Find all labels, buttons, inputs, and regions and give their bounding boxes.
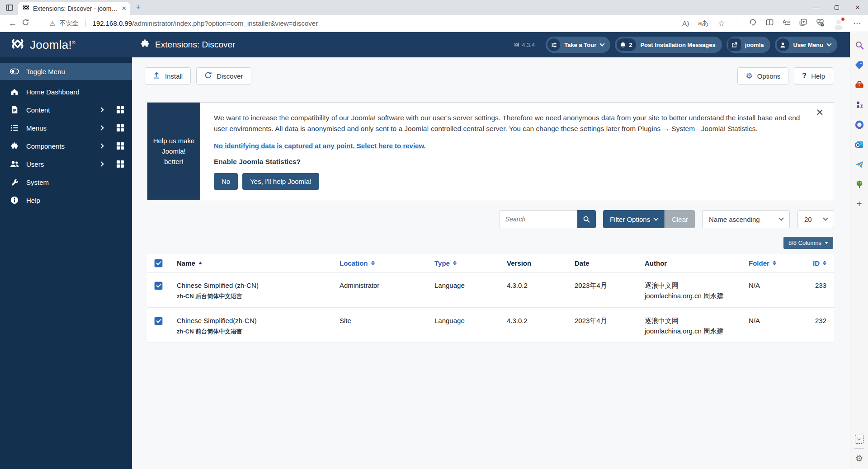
sidebar-item-users[interactable]: Users — [0, 155, 132, 173]
statistics-review-link[interactable]: No identifying data is captured at any p… — [214, 142, 426, 150]
translate-icon[interactable]: aあ — [698, 19, 709, 28]
checkbox-checked-icon — [155, 259, 162, 267]
tour-sliders-icon — [547, 38, 560, 51]
column-header-id[interactable]: ID — [802, 259, 834, 267]
filter-options-button[interactable]: Filter Options — [603, 210, 665, 228]
options-button[interactable]: ⚙ Options — [737, 67, 788, 84]
help-label: Help — [811, 72, 825, 80]
column-header-folder[interactable]: Folder — [741, 259, 802, 267]
sidebar-item-content[interactable]: Content — [0, 101, 132, 119]
plant-icon[interactable] — [854, 179, 864, 189]
new-tab-button[interactable]: + — [136, 2, 141, 12]
screenshot-icon[interactable]: ✂ — [855, 435, 864, 444]
extensions-table: Name Location Type Version Date Author F… — [147, 254, 834, 343]
post-installation-messages-button[interactable]: 2 Post Installation Messages — [615, 37, 722, 53]
close-icon[interactable]: ✕ — [816, 107, 824, 118]
cell-author: 逐浪中文网 joomlachina.org.cn 周永建 — [637, 272, 741, 307]
address-bar[interactable]: ⚠ 不安全 192.168.0.99/administrator/index.p… — [50, 19, 318, 28]
page-size-select[interactable]: 20 — [797, 210, 834, 228]
settings-more-icon[interactable]: ⋯ — [853, 19, 861, 28]
window-close-button[interactable]: ✕ — [847, 0, 868, 15]
sort-order-select[interactable]: Name ascending — [702, 210, 790, 228]
sidebar-search-icon[interactable] — [854, 40, 864, 50]
row-checkbox[interactable] — [147, 308, 170, 342]
take-a-tour-button[interactable]: Take a Tour — [546, 37, 610, 53]
sidebar-settings-icon[interactable]: ⚙ — [855, 453, 863, 463]
favorites-list-icon[interactable] — [783, 19, 790, 28]
sidebar-item-label: Help — [26, 197, 40, 204]
split-screen-icon[interactable] — [766, 19, 774, 28]
clear-button[interactable]: Clear — [665, 210, 695, 228]
columns-toggle-button[interactable]: 8/8 Columns — [783, 237, 833, 249]
cell-name: Chinese Simplified (zh-CN) zh-CN 后台简体中文语… — [170, 272, 332, 307]
tab-close-icon[interactable]: ✕ — [122, 5, 127, 12]
user-menu-button[interactable]: User Menu — [775, 37, 837, 53]
discover-button[interactable]: Discover — [196, 67, 251, 84]
window-minimize-button[interactable]: — — [806, 0, 826, 15]
column-header-name[interactable]: Name — [170, 259, 332, 267]
cell-author: 逐浪中文网 joomlachina.org.cn 周永建 — [637, 308, 741, 342]
not-secure-warning-icon: ⚠ — [50, 20, 56, 27]
reload-icon[interactable] — [19, 19, 32, 28]
statistics-no-button[interactable]: No — [214, 173, 238, 190]
favorite-star-icon[interactable]: ☆ — [718, 19, 725, 28]
tab-actions-icon[interactable] — [5, 4, 14, 12]
site-name-label: joomla — [745, 42, 764, 48]
search-button[interactable] — [577, 210, 596, 228]
sidebar-item-components[interactable]: Components — [0, 137, 132, 155]
toolbox-icon[interactable] — [854, 80, 864, 90]
checkbox-checked-icon — [155, 317, 162, 325]
statistics-panel: Help us make Joomla! better! We want to … — [147, 102, 834, 200]
sort-icon — [371, 261, 375, 265]
discover-label: Discover — [217, 72, 243, 80]
column-header-type[interactable]: Type — [427, 259, 500, 267]
cell-folder: N/A — [741, 272, 802, 307]
security-label[interactable]: 不安全 — [60, 19, 79, 28]
sidebar-item-system[interactable]: System — [0, 173, 132, 191]
column-header-location[interactable]: Location — [332, 259, 427, 267]
author-contact: joomlachina.org.cn 周永建 — [645, 326, 741, 337]
games-icon[interactable] — [854, 99, 864, 110]
shopping-icon[interactable] — [854, 60, 864, 70]
sidebar-item-help[interactable]: Help — [0, 191, 132, 209]
browser-tab[interactable]: Extensions: Discover - joomla - A ✕ — [18, 2, 130, 15]
help-button[interactable]: ? Help — [794, 67, 833, 84]
post-installation-messages-label: Post Installation Messages — [640, 42, 715, 48]
read-aloud-icon[interactable]: A) — [682, 19, 689, 27]
drop-send-icon[interactable] — [854, 159, 864, 169]
gear-icon: ⚙ — [745, 71, 752, 80]
outlook-icon[interactable] — [854, 139, 864, 150]
filter-options-label: Filter Options — [610, 216, 650, 223]
chevron-down-icon — [653, 216, 658, 220]
collections-icon[interactable] — [799, 19, 807, 28]
sidebar-item-label: Components — [26, 142, 65, 150]
sidebar-toggle-menu[interactable]: Toggle Menu — [0, 63, 132, 80]
users-icon — [10, 159, 19, 169]
extension-subtitle: zh-CN 后台简体中文语言 — [177, 292, 332, 300]
version-joomla-icon — [514, 42, 519, 47]
copilot-icon[interactable] — [749, 19, 757, 28]
add-sidebar-item-icon[interactable]: + — [854, 199, 864, 209]
dashboard-grid-icon[interactable] — [117, 106, 124, 113]
preview-site-button[interactable]: joomla — [726, 37, 770, 53]
cell-date: 2023年4月 — [567, 308, 637, 342]
statistics-text: We want to increase the compatibility of… — [214, 113, 808, 134]
sidebar-item-menus[interactable]: Menus — [0, 119, 132, 137]
dashboard-grid-icon[interactable] — [117, 160, 124, 168]
profile-avatar[interactable] — [833, 18, 844, 29]
table-header-row: Name Location Type Version Date Author F… — [147, 254, 834, 272]
sidebar-item-home-dashboard[interactable]: Home Dashboard — [0, 83, 132, 101]
url-text[interactable]: 192.168.0.99/administrator/index.php?opt… — [93, 19, 318, 27]
upload-icon — [153, 71, 160, 80]
search-input[interactable] — [500, 210, 577, 228]
statistics-yes-button[interactable]: Yes, I'll help Joomla! — [242, 173, 319, 190]
browser-essentials-icon[interactable] — [816, 19, 824, 28]
window-maximize-button[interactable] — [826, 0, 847, 15]
copilot-icon[interactable] — [854, 119, 864, 130]
dashboard-grid-icon[interactable] — [117, 142, 124, 150]
back-icon[interactable]: ← — [6, 19, 19, 28]
select-all-checkbox[interactable] — [147, 259, 170, 267]
row-checkbox[interactable] — [147, 272, 170, 307]
dashboard-grid-icon[interactable] — [117, 124, 124, 131]
install-button[interactable]: Install — [145, 67, 191, 84]
